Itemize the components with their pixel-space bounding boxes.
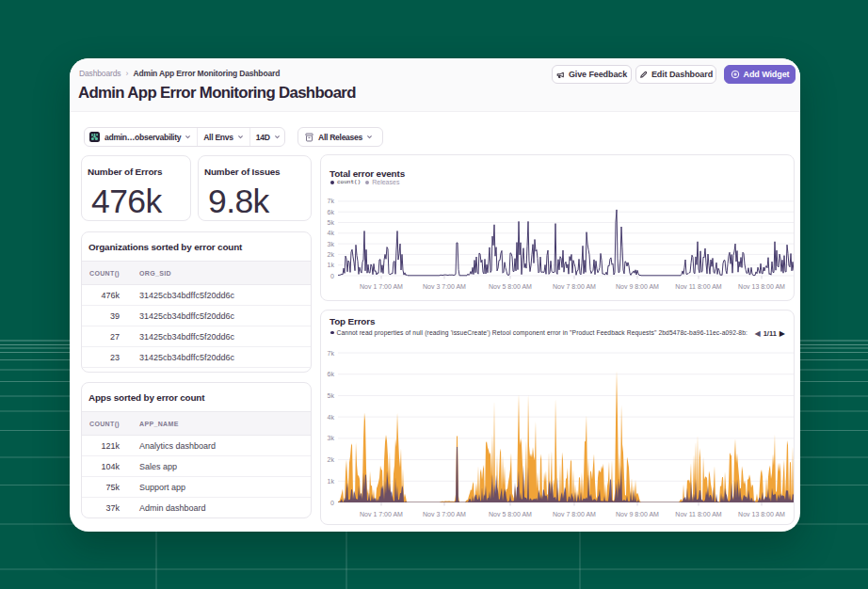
- svg-text:Nov 11 8:00 AM: Nov 11 8:00 AM: [675, 283, 721, 290]
- svg-text:7k: 7k: [328, 198, 335, 204]
- svg-text:2k: 2k: [328, 456, 335, 463]
- svg-text:5k: 5k: [328, 219, 335, 226]
- svg-text:2k: 2k: [328, 251, 335, 258]
- svg-text:4k: 4k: [328, 414, 335, 421]
- svg-text:Nov 13 8:00 AM: Nov 13 8:00 AM: [738, 511, 785, 517]
- svg-text:Nov 5 8:00 AM: Nov 5 8:00 AM: [489, 283, 532, 290]
- svg-text:Nov 3 7:00 AM: Nov 3 7:00 AM: [423, 283, 466, 290]
- svg-text:Nov 3 7:00 AM: Nov 3 7:00 AM: [423, 511, 466, 517]
- svg-text:Nov 5 8:00 AM: Nov 5 8:00 AM: [489, 511, 532, 517]
- svg-text:0: 0: [330, 273, 334, 279]
- svg-text:7k: 7k: [328, 350, 335, 357]
- svg-text:4k: 4k: [328, 230, 335, 236]
- svg-text:Nov 1 7:00 AM: Nov 1 7:00 AM: [360, 283, 403, 290]
- svg-text:1k: 1k: [328, 262, 335, 268]
- svg-text:3k: 3k: [328, 241, 335, 247]
- svg-text:1k: 1k: [328, 478, 335, 485]
- svg-text:5k: 5k: [328, 392, 335, 399]
- svg-text:Nov 7 8:00 AM: Nov 7 8:00 AM: [553, 283, 596, 290]
- svg-text:Nov 1 7:00 AM: Nov 1 7:00 AM: [360, 511, 403, 517]
- svg-text:3k: 3k: [328, 435, 335, 441]
- svg-text:Nov 11 8:00 AM: Nov 11 8:00 AM: [675, 511, 721, 517]
- svg-text:Nov 9 8:00 AM: Nov 9 8:00 AM: [616, 283, 659, 290]
- svg-text:Nov 9 8:00 AM: Nov 9 8:00 AM: [616, 511, 659, 517]
- svg-text:6k: 6k: [328, 371, 335, 377]
- svg-text:Nov 13 8:00 AM: Nov 13 8:00 AM: [738, 283, 785, 290]
- svg-text:Nov 7 8:00 AM: Nov 7 8:00 AM: [553, 511, 596, 517]
- svg-text:6k: 6k: [328, 209, 335, 215]
- svg-text:0: 0: [330, 500, 334, 506]
